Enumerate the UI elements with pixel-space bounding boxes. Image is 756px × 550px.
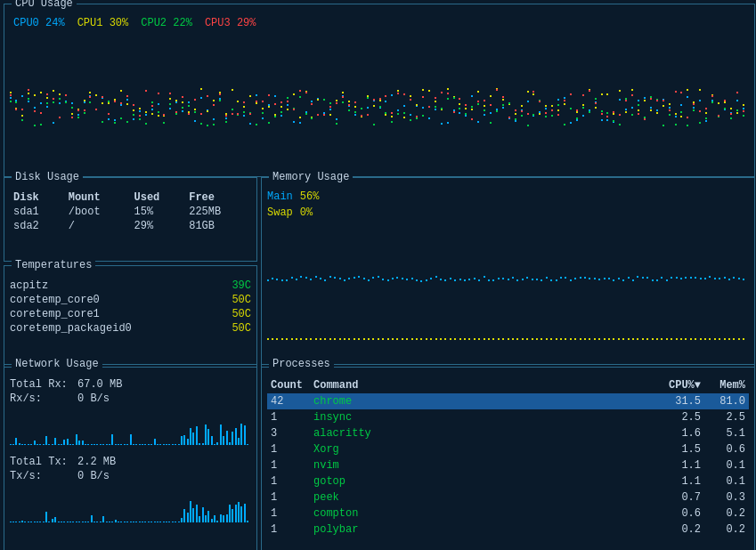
net-rx-val: 67.0 MB	[77, 378, 122, 391]
proc-panel-title: Processes	[269, 358, 334, 370]
mem-swap-row: Swap 0%	[267, 206, 749, 219]
network-panel: Network Usage Total Rx: 67.0 MB Rx/s: 0 …	[4, 364, 257, 550]
disk-col-free: Free	[185, 190, 251, 205]
disk-table-row: sda2/29%81GB	[10, 219, 251, 233]
temp-row: coretemp_core050C	[10, 293, 251, 307]
mem-main-label: Main	[267, 190, 293, 203]
proc-row[interactable]: 1peek0.70.3	[267, 489, 749, 506]
bottom-row: Network Usage Total Rx: 67.0 MB Rx/s: 0 …	[4, 364, 755, 550]
proc-row[interactable]: 1polybar0.20.2	[267, 522, 749, 538]
proc-col-mem: Mem%	[701, 379, 745, 392]
disk-panel: Disk Usage Disk Mount Used Free sda1/boo…	[4, 177, 257, 262]
proc-row[interactable]: 1Xorg1.50.6	[267, 441, 749, 457]
net-tx-total-line: Total Tx: 2.2 MB	[10, 455, 251, 469]
temp-panel-title: Temperatures	[12, 259, 95, 271]
proc-col-command: Command	[313, 379, 638, 392]
proc-col-count: Count	[271, 379, 313, 392]
cpu-legend: CPU0 24% CPU1 30% CPU2 22% CPU3 29%	[10, 17, 749, 29]
net-tx-info: Total Tx: 2.2 MB Tx/s: 0 B/s	[10, 455, 251, 483]
proc-row[interactable]: 3alacritty1.65.1	[267, 425, 749, 441]
memory-chart	[267, 226, 749, 279]
net-txs-val: 0 B/s	[77, 470, 110, 482]
memory-panel-title: Memory Usage	[269, 171, 353, 183]
net-rx-label: Total Rx:	[10, 378, 72, 391]
proc-row[interactable]: 1nvim1.10.1	[267, 457, 749, 473]
disk-table-row: sda1/boot15%225MB	[10, 205, 251, 219]
proc-header: Count Command CPU%▼ Mem%	[267, 377, 749, 393]
proc-row[interactable]: 1compton0.60.2	[267, 506, 749, 522]
net-panel-title: Network Usage	[12, 358, 102, 370]
proc-row[interactable]: 42chrome31.581.0	[267, 393, 749, 409]
middle-row: Disk Usage Disk Mount Used Free sda1/boo…	[4, 177, 755, 364]
net-txs-label: Tx/s:	[10, 470, 72, 482]
cpu1-label: CPU1 30%	[77, 17, 129, 29]
net-tx-val: 2.2 MB	[77, 456, 116, 468]
disk-col-disk: Disk	[10, 190, 65, 205]
cpu2-label: CPU2 22%	[141, 17, 192, 29]
temp-row: coretemp_packageid050C	[10, 321, 251, 336]
cpu0-label: CPU0 24%	[13, 17, 65, 29]
mem-main-pct: 56%	[300, 190, 320, 203]
disk-col-used: Used	[130, 190, 185, 205]
mem-main-row: Main 56%	[267, 190, 749, 203]
cpu-panel: CPU Usage CPU0 24% CPU1 30% CPU2 22% CPU…	[4, 4, 755, 177]
mem-swap-pct: 0%	[300, 206, 313, 219]
proc-rows: 42chrome31.581.01insync2.52.53alacritty1…	[267, 393, 749, 538]
cpu3-label: CPU3 29%	[205, 17, 256, 29]
proc-col-cpu: CPU%▼	[638, 379, 701, 392]
main-grid: CPU Usage CPU0 24% CPU1 30% CPU2 22% CPU…	[0, 0, 756, 550]
net-rx-info: Total Rx: 67.0 MB Rx/s: 0 B/s	[10, 377, 251, 406]
cpu-chart	[10, 35, 749, 133]
temp-row: coretemp_core150C	[10, 307, 251, 321]
cpu-panel-title: CPU Usage	[12, 0, 77, 10]
proc-row[interactable]: 1gotop1.10.1	[267, 473, 749, 489]
temp-panel: Temperatures acpitz39Ccoretemp_core050Cc…	[4, 265, 257, 368]
net-tx-chart	[10, 487, 251, 527]
net-rxs-val: 0 B/s	[77, 392, 110, 405]
left-col-middle: Disk Usage Disk Mount Used Free sda1/boo…	[4, 177, 257, 368]
net-txs-line: Tx/s: 0 B/s	[10, 469, 251, 483]
disk-panel-title: Disk Usage	[12, 171, 83, 183]
net-rxs-label: Rx/s:	[10, 392, 72, 405]
net-rx-chart	[10, 409, 251, 449]
net-rx-total-line: Total Rx: 67.0 MB	[10, 377, 251, 392]
mem-swap-label: Swap	[267, 206, 293, 219]
net-tx-label: Total Tx:	[10, 456, 72, 468]
net-rxs-line: Rx/s: 0 B/s	[10, 392, 251, 406]
disk-col-mount: Mount	[65, 190, 131, 205]
temp-rows: acpitz39Ccoretemp_core050Ccoretemp_core1…	[10, 279, 251, 336]
memory-panel: Memory Usage Main 56% Swap 0%	[261, 177, 755, 368]
temp-row: acpitz39C	[10, 279, 251, 293]
proc-row[interactable]: 1insync2.52.5	[267, 409, 749, 425]
disk-table: Disk Mount Used Free sda1/boot15%225MBsd…	[10, 190, 251, 233]
processes-panel: Processes Count Command CPU%▼ Mem% 42chr…	[261, 364, 755, 550]
